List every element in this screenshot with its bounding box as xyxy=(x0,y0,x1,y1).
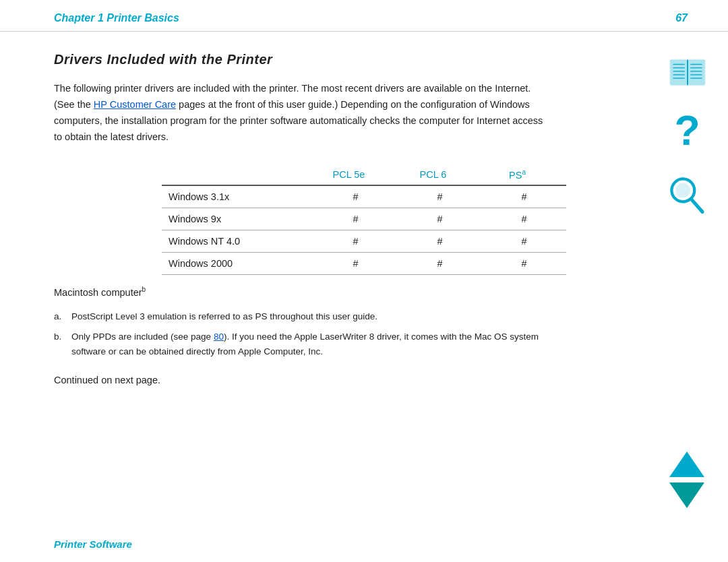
pcl5e-win2000: # xyxy=(313,252,398,274)
section-title: Drivers Included with the Printer xyxy=(54,52,553,67)
ps-win9x: # xyxy=(482,208,566,230)
table-row: Windows 9x # # # xyxy=(162,208,566,230)
magnifier-icon[interactable] xyxy=(669,175,706,216)
ps-win31x: # xyxy=(482,185,566,208)
ps-winnt: # xyxy=(482,230,566,252)
macintosh-label: Macintosh computerb xyxy=(54,286,146,298)
arrow-down-icon[interactable] xyxy=(669,482,704,508)
page-number: 67 xyxy=(675,12,688,24)
pcl5e-win31x: # xyxy=(313,185,398,208)
svg-rect-1 xyxy=(670,60,686,86)
question-icon[interactable]: ? xyxy=(671,111,704,155)
chapter-title: Chapter 1 Printer Basics xyxy=(54,12,179,24)
table-row: Windows NT 4.0 # # # xyxy=(162,230,566,252)
pcl5e-win9x: # xyxy=(313,208,398,230)
pcl6-win2000: # xyxy=(398,252,482,274)
table-header-pcl5e: PCL 5e xyxy=(313,164,398,185)
footnote-b-text: Only PPDs are included (see page 80). If… xyxy=(71,330,553,358)
table-header-ps: PSa xyxy=(482,164,566,185)
page-container: Chapter 1 Printer Basics 67 Drivers Incl… xyxy=(0,0,728,562)
os-windows2000: Windows 2000 xyxy=(162,252,313,274)
os-windowsnt: Windows NT 4.0 xyxy=(162,230,313,252)
table-header-empty xyxy=(162,164,313,185)
book-icon[interactable] xyxy=(667,54,708,91)
drivers-table: PCL 5e PCL 6 PSa Windows 3.1x # # # Wind… xyxy=(162,164,566,275)
page-header: Chapter 1 Printer Basics 67 xyxy=(0,0,728,32)
footnote-b: b. Only PPDs are included (see page 80).… xyxy=(54,330,553,358)
ps-win2000: # xyxy=(482,252,566,274)
table-row: Windows 2000 # # # xyxy=(162,252,566,274)
arrow-up-icon[interactable] xyxy=(669,451,704,477)
main-content: Drivers Included with the Printer The fo… xyxy=(0,32,607,399)
intro-paragraph: The following printer drivers are includ… xyxy=(54,81,553,146)
footnote-b-label: b. xyxy=(54,330,67,358)
footer-label: Printer Software xyxy=(54,538,132,550)
footnote-a: a. PostScript Level 3 emulation is refer… xyxy=(54,309,553,324)
navigation-arrows xyxy=(669,451,704,508)
pcl6-win9x: # xyxy=(398,208,482,230)
footnote-b-link[interactable]: 80 xyxy=(214,332,224,342)
svg-line-17 xyxy=(691,199,702,212)
table-row: Windows 3.1x # # # xyxy=(162,185,566,208)
footnote-a-text: PostScript Level 3 emulation is referred… xyxy=(71,309,377,324)
svg-rect-2 xyxy=(689,60,705,86)
continued-text: Continued on next page. xyxy=(54,375,553,385)
hp-customer-care-link[interactable]: HP Customer Care xyxy=(94,99,176,110)
os-windows31x: Windows 3.1x xyxy=(162,185,313,208)
footnote-a-label: a. xyxy=(54,309,67,324)
pcl6-win31x: # xyxy=(398,185,482,208)
footnotes: a. PostScript Level 3 emulation is refer… xyxy=(54,309,553,358)
sidebar-icons: ? xyxy=(667,54,708,216)
svg-point-16 xyxy=(675,183,690,197)
os-windows9x: Windows 9x xyxy=(162,208,313,230)
svg-text:?: ? xyxy=(675,111,700,154)
pcl5e-winnt: # xyxy=(313,230,398,252)
pcl6-winnt: # xyxy=(398,230,482,252)
table-header-pcl6: PCL 6 xyxy=(398,164,482,185)
macintosh-superscript: b xyxy=(142,286,146,293)
macintosh-row: Macintosh computerb xyxy=(54,286,553,298)
